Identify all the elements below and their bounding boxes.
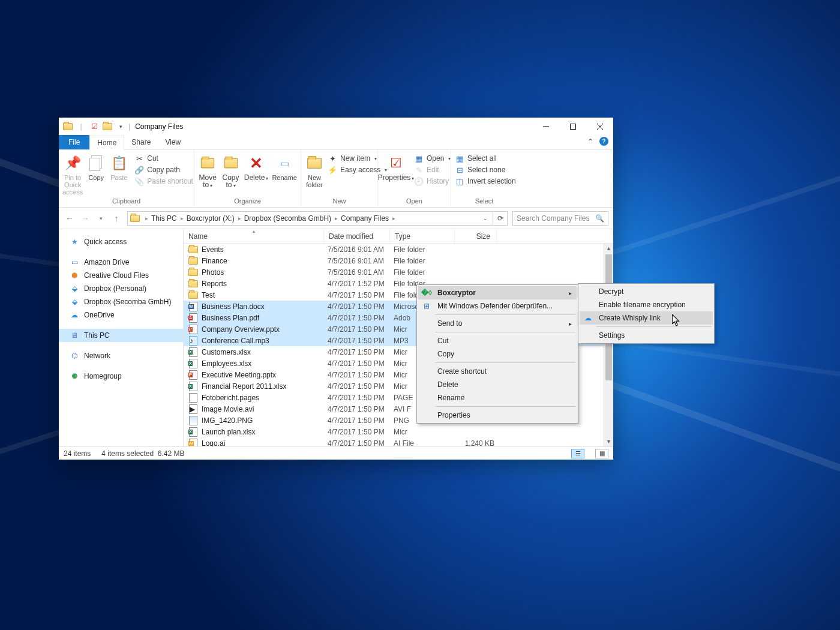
col-type[interactable]: Type [390, 229, 455, 243]
nav-back-button[interactable]: ← [64, 214, 76, 223]
newfolder-button[interactable]: New folder [305, 154, 324, 188]
scroll-up-button[interactable]: ▲ [604, 244, 613, 253]
breadcrumb[interactable]: ▸ This PC▸ Boxcryptor (X:)▸ Dropbox (Sec… [127, 211, 493, 226]
edit-button[interactable]: ✎Edit [414, 165, 451, 175]
copy-button[interactable]: Copy [86, 154, 106, 181]
close-button[interactable] [586, 118, 613, 136]
rename-button[interactable]: ▭Rename [272, 154, 297, 181]
selectnone-icon: ⊟ [455, 165, 464, 175]
help-icon[interactable]: ? [599, 137, 608, 146]
file-row[interactable]: Events7/5/2016 9:01 AMFile folder [184, 244, 613, 255]
col-date[interactable]: Date modified [324, 229, 390, 243]
delete-button[interactable]: ✕Delete▾ [244, 154, 269, 182]
cut-button[interactable]: ✂Cut [134, 154, 193, 163]
nav-item-this-pc[interactable]: 🖥This PC [59, 329, 183, 342]
moveto-button[interactable]: Move to▾ [198, 154, 217, 190]
file-size: 1,240 KB [458, 439, 500, 447]
docx-icon: W [188, 302, 198, 311]
paste-shortcut-button[interactable]: 📎Paste shortcut [134, 176, 193, 186]
file-row[interactable]: XLaunch plan.xlsx4/7/2017 1:50 PMMicr [184, 426, 613, 437]
view-thumbnails-button[interactable]: ▦ [595, 449, 608, 458]
view-details-button[interactable]: ☰ [571, 449, 584, 458]
folder-icon [188, 245, 198, 254]
nav-item-dropbox-personal-[interactable]: ⬙Dropbox (Personal) [59, 282, 183, 295]
ctx-delete[interactable]: Delete [418, 378, 577, 391]
vertical-scrollbar[interactable]: ▲ ▼ [604, 244, 613, 446]
file-name: Fotobericht.pages [202, 394, 328, 402]
file-date: 4/7/2017 1:50 PM [328, 291, 394, 299]
file-row[interactable]: Photos7/5/2016 9:01 AMFile folder [184, 266, 613, 278]
ctx-shortcut[interactable]: Create shortcut [418, 365, 577, 378]
ctx-cut[interactable]: Cut [418, 334, 577, 347]
ctx-properties[interactable]: Properties [418, 409, 577, 422]
folder-icon [188, 290, 198, 300]
nav-item-dropbox-secomba-gmbh-[interactable]: ⬙Dropbox (Secomba GmbH) [59, 295, 183, 308]
copyto-button[interactable]: Copy to▾ [221, 154, 240, 190]
paste-button[interactable]: 📋 Paste [109, 154, 128, 181]
tab-home[interactable]: Home [89, 136, 124, 150]
tab-file[interactable]: File [59, 135, 89, 149]
selectnone-button[interactable]: ⊟Select none [455, 165, 516, 175]
newitem-icon: ✦ [328, 154, 337, 163]
file-date: 4/7/2017 1:50 PM [328, 382, 394, 391]
breadcrumb-folder-icon [130, 215, 140, 222]
ctx-create-whisply-link[interactable]: ☁ Create Whisply link [580, 311, 713, 325]
qat-properties-icon[interactable]: ☑ [89, 121, 100, 132]
file-name: Financial Report 2011.xlsx [202, 382, 328, 391]
file-name: Executive Meeting.pptx [202, 371, 328, 379]
invertselection-button[interactable]: ◫Invert selection [455, 176, 516, 186]
ribbon-collapse-icon[interactable]: ⌃ [587, 137, 593, 146]
file-date: 4/7/2017 1:50 PM [328, 302, 394, 311]
file-name: Company Overview.pptx [202, 325, 328, 334]
nav-item-onedrive[interactable]: ☁OneDrive [59, 308, 183, 322]
refresh-button[interactable]: ⟳ [493, 211, 508, 226]
ctx-decrypt[interactable]: Decrypt [580, 285, 713, 298]
copy-path-button[interactable]: 🔗Copy path [134, 165, 193, 175]
file-name: IMG_1420.PNG [202, 416, 328, 425]
ctx-defender[interactable]: ⊞ Mit Windows Defender überprüfen... [418, 299, 577, 313]
properties-icon: ☑ [386, 154, 406, 173]
whisply-icon: ☁ [582, 313, 594, 323]
xlsx-icon: X [188, 347, 198, 357]
qat-dropdown-icon[interactable]: ▾ [115, 121, 126, 132]
pasteshortcut-icon: 📎 [134, 176, 144, 186]
nav-recent-button[interactable]: ▾ [95, 215, 107, 221]
pin-quickaccess-button[interactable]: 📌 Pin to Quick access [62, 154, 83, 196]
file-date: 4/7/2017 1:50 PM [328, 371, 394, 379]
ctx-copy[interactable]: Copy [418, 347, 577, 361]
window-title: Company Files [135, 122, 183, 131]
col-name[interactable]: Name▴ [184, 229, 324, 243]
file-type: File folder [394, 245, 458, 254]
search-input[interactable]: Search Company Files 🔍 [512, 211, 608, 226]
nav-item-quick-access[interactable]: ★Quick access [59, 235, 183, 248]
nav-item-network[interactable]: ⌬Network [59, 349, 183, 362]
file-row[interactable]: Finance7/5/2016 9:01 AMFile folder [184, 255, 613, 266]
ctx-rename[interactable]: Rename [418, 391, 577, 404]
tab-view[interactable]: View [158, 135, 188, 149]
breadcrumb-dropdown-icon[interactable]: ⌄ [481, 215, 490, 221]
properties-button[interactable]: ☑Properties▾ [382, 154, 410, 182]
file-date: 4/7/2017 1:52 PM [328, 280, 394, 288]
nav-item-homegroup[interactable]: ⚈Homegroup [59, 370, 183, 383]
col-size[interactable]: Size [455, 229, 497, 243]
nav-forward-button[interactable]: → [79, 214, 91, 223]
nav-up-button[interactable]: ↑ [110, 214, 122, 223]
nav-item-creative-cloud-files[interactable]: ⬢Creative Cloud Files [59, 269, 183, 282]
nav-item-amazon-drive[interactable]: ▭Amazon Drive [59, 256, 183, 269]
status-item-count: 24 items [64, 449, 91, 458]
minimize-button[interactable] [532, 118, 559, 136]
pptx-icon: P [188, 370, 198, 380]
ctx-sendto[interactable]: Send to ▸ [418, 317, 577, 330]
ctx-enable-filename-encryption[interactable]: Enable filename encryption [580, 298, 713, 311]
ctx-settings[interactable]: Settings [580, 329, 713, 342]
open-button[interactable]: ▦Open▾ [414, 154, 451, 163]
qat-newfolder-icon[interactable] [102, 121, 113, 132]
file-row[interactable]: AiLogo.ai4/7/2017 1:50 PMAI File1,240 KB [184, 437, 613, 446]
maximize-button[interactable] [559, 118, 586, 136]
history-button[interactable]: 🕘History [414, 176, 451, 186]
scroll-down-button[interactable]: ▼ [604, 437, 613, 446]
ctx-boxcryptor[interactable]: �◊ Boxcryptor ▸ [418, 286, 577, 299]
selectall-button[interactable]: ▦Select all [455, 154, 516, 163]
file-date: 4/7/2017 1:50 PM [328, 337, 394, 345]
tab-share[interactable]: Share [124, 135, 158, 149]
